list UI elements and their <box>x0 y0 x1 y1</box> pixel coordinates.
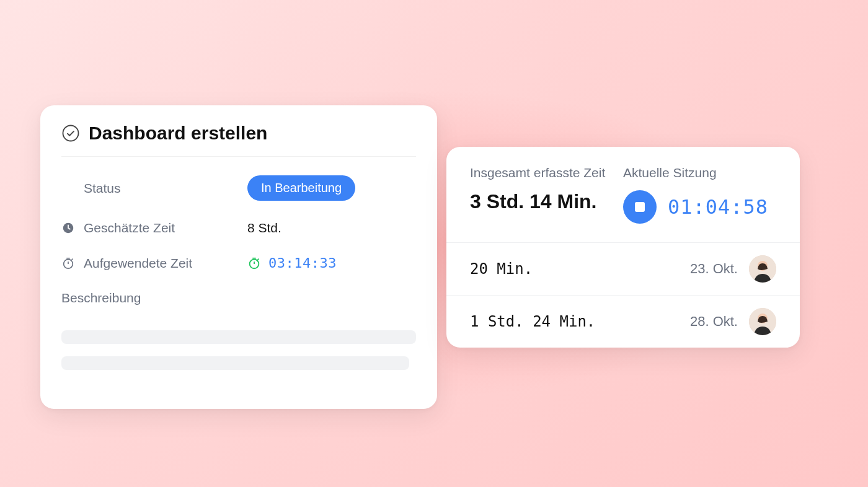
total-time-label: Insgesamt erfasste Zeit <box>470 165 623 180</box>
description-placeholder-line <box>61 330 416 344</box>
task-title-row: Dashboard erstellen <box>61 123 416 157</box>
spent-value-wrap[interactable]: 03:14:33 <box>247 255 337 271</box>
task-title: Dashboard erstellen <box>89 123 267 144</box>
estimated-value: 8 Std. <box>247 221 281 235</box>
time-entry-row[interactable]: 20 Min. 23. Okt. <box>446 242 800 295</box>
task-detail-card: Dashboard erstellen Status In Bearbeitun… <box>40 105 437 409</box>
session-label: Aktuelle Sitzung <box>623 165 776 180</box>
stop-icon <box>635 202 645 212</box>
status-badge[interactable]: In Bearbeitung <box>247 175 355 201</box>
check-circle-icon[interactable] <box>61 124 80 143</box>
stopwatch-green-icon <box>247 257 261 270</box>
total-time-col: Insgesamt erfasste Zeit 3 Std. 14 Min. <box>470 165 623 224</box>
spent-label: Aufgewendete Zeit <box>84 256 192 271</box>
status-row: Status In Bearbeitung <box>61 175 416 201</box>
entry-duration: 1 Std. 24 Min. <box>470 313 679 330</box>
stop-timer-button[interactable] <box>623 190 657 224</box>
total-time-value: 3 Std. 14 Min. <box>470 190 623 213</box>
time-tracking-card: Insgesamt erfasste Zeit 3 Std. 14 Min. A… <box>446 147 800 348</box>
time-entry-row[interactable]: 1 Std. 24 Min. 28. Okt. <box>446 295 800 348</box>
entry-duration: 20 Min. <box>470 260 679 278</box>
avatar <box>749 255 776 283</box>
stopwatch-icon <box>61 257 75 270</box>
estimated-label: Geschätzte Zeit <box>84 221 175 235</box>
svg-point-3 <box>250 259 259 268</box>
entry-date: 28. Okt. <box>690 314 738 330</box>
description-placeholder-line <box>61 356 409 370</box>
spent-row: Aufgewendete Zeit 03:14:33 <box>61 255 416 271</box>
estimated-row: Geschätzte Zeit 8 Std. <box>61 221 416 235</box>
clock-icon <box>61 221 75 235</box>
description-label: Beschreibung <box>61 291 416 305</box>
svg-point-2 <box>64 259 73 268</box>
entry-date: 23. Okt. <box>690 261 738 277</box>
session-time-value: 01:04:58 <box>668 195 768 219</box>
svg-point-0 <box>63 126 79 141</box>
spent-value: 03:14:33 <box>268 255 337 271</box>
avatar <box>749 308 776 335</box>
current-session-col: Aktuelle Sitzung 01:04:58 <box>623 165 776 224</box>
status-label: Status <box>84 181 121 196</box>
